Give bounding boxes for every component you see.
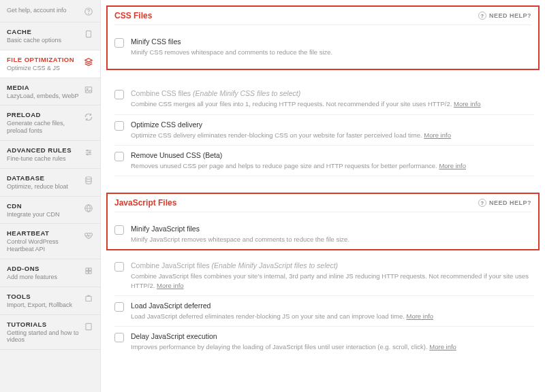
- more-info-link[interactable]: More info: [424, 131, 451, 139]
- sidebar-item-file-optimization[interactable]: FILE OPTIMIZATION Optimize CSS & JS: [0, 50, 100, 78]
- sidebar-item-sub: Control WordPress Heartbeat API: [7, 238, 80, 253]
- checkbox-delay-js[interactable]: [114, 333, 124, 342]
- image-icon: [84, 85, 93, 95]
- svg-rect-14: [86, 296, 91, 301]
- option-desc: Combine CSS merges all your files into 1…: [131, 99, 534, 108]
- css-section-title: CSS Files: [114, 11, 152, 20]
- question-icon: ?: [478, 199, 486, 207]
- checkbox-load-js-deferred[interactable]: [114, 302, 124, 312]
- option-minify-css: Minify CSS files Minify CSS removes whit…: [114, 32, 531, 62]
- checkbox-optimize-css-delivery[interactable]: [114, 121, 124, 131]
- option-desc: Improves performance by delaying the loa…: [131, 342, 534, 351]
- sidebar-item-tutorials[interactable]: TUTORIALS Getting started and how to vid…: [0, 315, 100, 350]
- sidebar-item-database[interactable]: DATABASE Optimize, reduce bloat: [0, 169, 100, 197]
- option-desc: Load JavaScript deferred eliminates rend…: [131, 312, 534, 321]
- svg-point-5: [87, 150, 88, 151]
- option-desc: Removes unused CSS per page and helps to…: [131, 161, 534, 170]
- svg-rect-15: [86, 323, 91, 329]
- option-desc: Combine JavaScript files combines your s…: [131, 272, 534, 290]
- svg-point-7: [87, 154, 88, 155]
- question-icon: [84, 7, 93, 16]
- sidebar-item-tools[interactable]: TOOLS Import, Export, Rollback: [0, 287, 100, 315]
- more-info-link[interactable]: More info: [407, 312, 434, 320]
- sidebar-item-title: ADVANCED RULES: [7, 146, 80, 154]
- option-desc: Minify CSS removes whitespace and commen…: [131, 48, 531, 56]
- option-delay-js: Delay JavaScript execution Improves perf…: [114, 327, 534, 357]
- sidebar: Get help, account info CACHE Basic cache…: [0, 0, 101, 392]
- sidebar-item-title: MEDIA: [7, 84, 80, 91]
- option-optimize-css-delivery: Optimize CSS delivery Optimize CSS deliv…: [114, 115, 534, 146]
- book-icon: [84, 322, 93, 331]
- option-title: Combine JavaScript files (Enable Minify …: [131, 261, 534, 270]
- sidebar-item-sub: Import, Export, Rollback: [7, 301, 80, 309]
- sidebar-item-title: ADD-ONS: [7, 265, 80, 272]
- sidebar-item-advanced-rules[interactable]: ADVANCED RULES Fine-tune cache rules: [0, 141, 100, 169]
- checkbox-combine-js[interactable]: [114, 262, 124, 272]
- option-title: Remove Unused CSS (Beta): [131, 151, 534, 159]
- option-title: Optimize CSS delivery: [131, 120, 534, 129]
- more-info-link[interactable]: More info: [454, 100, 481, 108]
- sidebar-item-cdn[interactable]: CDN Integrate your CDN: [0, 197, 100, 225]
- option-load-js-deferred: Load JavaScript deferred Load JavaScript…: [114, 296, 534, 327]
- option-desc: Optimize CSS delivery eliminates render-…: [131, 131, 534, 140]
- checkbox-combine-css[interactable]: [114, 90, 124, 99]
- sidebar-item-sub: Basic cache options: [7, 37, 80, 44]
- refresh-icon: [84, 112, 93, 122]
- js-section-highlight: JavaScript Files ? NEED HELP? Minify Jav…: [106, 193, 540, 250]
- option-title: Combine CSS files (Enable Minify CSS fil…: [131, 89, 534, 97]
- sidebar-item-media[interactable]: MEDIA LazyLoad, embeds, WebP: [0, 78, 100, 106]
- globe-icon: [84, 203, 93, 213]
- option-combine-css: Combine CSS files (Enable Minify CSS fil…: [114, 84, 534, 114]
- more-info-link[interactable]: More info: [429, 343, 456, 350]
- sidebar-item-title: TUTORIALS: [7, 321, 80, 328]
- option-minify-js: Minify JavaScript files Minify JavaScrip…: [114, 219, 531, 249]
- option-title: Minify CSS files: [131, 37, 531, 46]
- need-help-link[interactable]: ? NEED HELP?: [478, 12, 531, 20]
- need-help-link[interactable]: ? NEED HELP?: [478, 199, 531, 207]
- option-title: Minify JavaScript files: [131, 225, 531, 233]
- checkbox-minify-css[interactable]: [114, 38, 124, 48]
- checkbox-remove-unused-css[interactable]: [114, 152, 124, 161]
- sidebar-item-preload[interactable]: PRELOAD Generate cache files, preload fo…: [0, 105, 100, 141]
- sidebar-item-sub: Optimize CSS & JS: [7, 65, 80, 72]
- sidebar-item-title: HEARTBEAT: [7, 229, 80, 237]
- sidebar-item-sub: Integrate your CDN: [7, 211, 80, 218]
- sidebar-item-title: DATABASE: [7, 174, 80, 182]
- svg-rect-2: [87, 31, 91, 37]
- svg-rect-10: [86, 268, 89, 271]
- more-info-link[interactable]: More info: [439, 162, 466, 169]
- addon-icon: [84, 266, 93, 276]
- sidebar-item-dashboard[interactable]: Get help, account info: [0, 0, 100, 22]
- sidebar-item-title: FILE OPTIMIZATION: [7, 56, 80, 63]
- sidebar-item-sub: Fine-tune cache rules: [7, 155, 80, 163]
- sidebar-item-sub: Get help, account info: [7, 7, 80, 14]
- option-remove-unused-css: Remove Unused CSS (Beta) Removes unused …: [114, 146, 534, 176]
- database-icon: [84, 176, 93, 185]
- svg-rect-3: [85, 87, 91, 93]
- option-title: Delay JavaScript execution: [131, 332, 534, 340]
- option-combine-js: Combine JavaScript files (Enable Minify …: [114, 256, 534, 296]
- main-content: CSS Files ? NEED HELP? Minify CSS files …: [101, 0, 545, 392]
- sidebar-item-title: TOOLS: [7, 293, 80, 300]
- sidebar-item-title: PRELOAD: [7, 111, 80, 118]
- sidebar-item-cache[interactable]: CACHE Basic cache options: [0, 22, 100, 50]
- question-icon: ?: [478, 12, 486, 20]
- svg-rect-11: [89, 268, 92, 271]
- js-section-title: JavaScript Files: [114, 198, 176, 208]
- more-info-link[interactable]: More info: [157, 282, 184, 289]
- checkbox-minify-js[interactable]: [114, 225, 124, 235]
- option-title: Load JavaScript deferred: [131, 301, 534, 310]
- option-desc: Minify JavaScript removes whitespace and…: [131, 235, 531, 244]
- sidebar-item-addons[interactable]: ADD-ONS Add more features: [0, 259, 100, 287]
- sidebar-item-sub: Optimize, reduce bloat: [7, 183, 80, 191]
- sidebar-item-heartbeat[interactable]: HEARTBEAT Control WordPress Heartbeat AP…: [0, 224, 100, 259]
- svg-point-1: [89, 14, 89, 14]
- sidebar-item-sub: LazyLoad, embeds, WebP: [7, 93, 80, 100]
- svg-rect-13: [89, 272, 92, 274]
- sliders-icon: [84, 148, 93, 157]
- layers-icon: [84, 57, 93, 67]
- sidebar-item-title: CDN: [7, 202, 80, 210]
- sidebar-item-sub: Getting started and how to videos: [7, 329, 80, 344]
- svg-point-8: [86, 177, 91, 180]
- tools-icon: [84, 294, 93, 304]
